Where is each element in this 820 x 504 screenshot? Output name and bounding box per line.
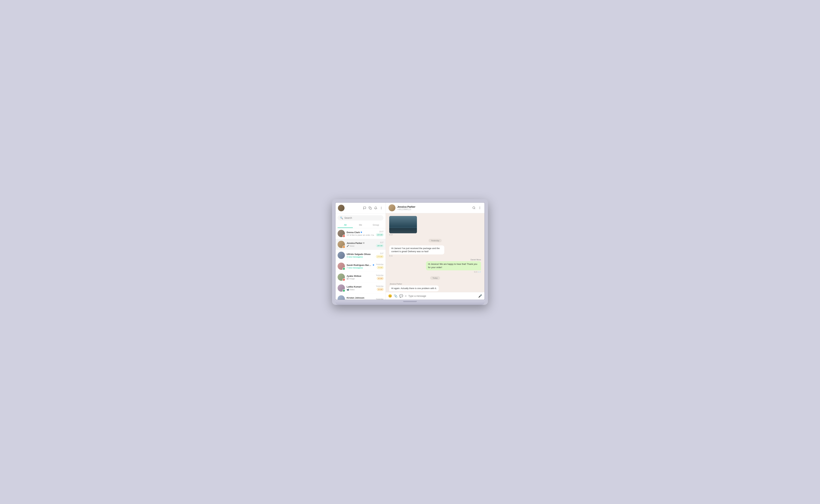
date-pill: Today	[430, 276, 440, 280]
video-icon: 📹	[347, 288, 349, 291]
list-item[interactable]: Ulfrido Salgado Olivas 3 new message(s) …	[336, 250, 386, 261]
conv-time: Yesterday	[376, 298, 383, 300]
microphone-icon[interactable]: 🎤	[478, 294, 482, 298]
svg-point-4	[473, 207, 475, 209]
conv-info: Donna Clark Hi! Id like to place an orde…	[347, 231, 374, 236]
svg-point-2	[381, 208, 381, 208]
avatar-badge: G	[342, 267, 345, 270]
conv-badge: 7h left	[377, 266, 383, 269]
voice-icon: 🎤	[347, 245, 349, 247]
list-item[interactable]: G Sarah Rodrigues Barros 7 new message(s…	[336, 261, 386, 272]
search-bar[interactable]: 🔍	[338, 215, 383, 220]
avatar: R	[338, 295, 345, 300]
conv-name-row: Donna Clark	[347, 231, 374, 234]
avatar-badge: R	[342, 235, 345, 237]
emoji-icon[interactable]: 😊	[388, 294, 392, 298]
conv-name-row: Sarah Rodrigues Barros	[347, 264, 374, 266]
list-item[interactable]: R Ayaka Shibue 🖼 Image Ye	[336, 272, 386, 283]
chat-search-icon[interactable]	[472, 206, 476, 210]
avatar: D	[338, 241, 345, 248]
svg-point-3	[381, 209, 381, 209]
laptop-frame: 🔍 All Me Group R	[332, 199, 488, 305]
conv-preview: 🎤 Voice	[347, 245, 374, 247]
chat-main: Jessica Parker +48123888123	[386, 203, 484, 300]
avatar-badge: R	[342, 278, 345, 281]
conv-preview: Hi! Id like to place an order. Ca...	[347, 234, 374, 236]
date-divider: Yesterday	[389, 239, 481, 242]
msg-row: 8:14	[389, 216, 481, 236]
conv-time: Yesterday	[376, 285, 383, 287]
user-avatar[interactable]	[338, 205, 345, 211]
conv-info: Kirsten Johnson Hey Kirsten! Thank you f…	[347, 297, 374, 300]
list-item[interactable]: R Donna Clark Hi! Id like to place an or…	[336, 228, 386, 239]
msg-row: Daniel Moss Hi Jessica! We are happy to …	[389, 259, 481, 273]
attachment-icon[interactable]: 📎	[394, 294, 398, 298]
conv-info: Jessica Parker 🎤 Voice	[347, 242, 374, 247]
sidebar-header-icons	[363, 206, 383, 210]
compose-icon[interactable]	[363, 206, 367, 210]
sidebar-header	[336, 203, 386, 214]
chat-more-icon[interactable]	[478, 206, 482, 210]
conv-name-row: Latika Kumari	[347, 285, 374, 288]
media-overlay	[389, 228, 417, 233]
more-options-icon[interactable]	[379, 206, 383, 210]
msg-time: 8:23 ✓✓	[474, 271, 481, 273]
conv-preview: 3 new message(s)	[347, 256, 374, 258]
date-pill: Yesterday	[429, 239, 442, 242]
svg-rect-0	[370, 208, 372, 209]
menu-icon[interactable]: ≡	[405, 294, 407, 298]
user-avatar-img	[338, 205, 345, 211]
conv-info: Ulfrido Salgado Olivas 3 new message(s)	[347, 253, 374, 258]
search-input[interactable]	[344, 216, 381, 219]
conv-time: Yesterday	[376, 274, 383, 276]
msg-bubble: Hi again. Actually there is one problem …	[389, 285, 439, 291]
chat-messages: 8:14 Yesterday Hi James! I've just recei…	[386, 213, 484, 292]
avatar	[338, 252, 345, 259]
conv-time: 6:07	[380, 242, 383, 244]
msg-bubble: Hi James! I've just received the package…	[389, 245, 444, 254]
message-input[interactable]	[408, 295, 477, 297]
list-item[interactable]: C Latika Kumari 📹 Video Y	[336, 283, 386, 294]
avatar: G	[338, 263, 345, 270]
chat-avatar	[389, 204, 395, 211]
conv-badge: 4h left	[377, 277, 383, 280]
conv-badge: 17h left	[376, 255, 383, 258]
conv-meta: Yesterday 7h left	[376, 263, 383, 269]
avatar: R	[338, 273, 345, 281]
svg-line-5	[474, 208, 475, 209]
conv-meta: 10:07 22h left	[376, 231, 383, 236]
chat-contact-name: Jessica Parker	[397, 205, 470, 208]
laptop-notch	[403, 301, 417, 302]
conv-badge: 22h left	[376, 233, 383, 236]
conv-meta: Yesterday 4h left	[376, 274, 383, 280]
msg-time: 8:14	[389, 234, 393, 236]
conv-info: Latika Kumari 📹 Video	[347, 285, 374, 291]
conv-preview: 📹 Video	[347, 288, 374, 291]
tab-me[interactable]: Me	[353, 222, 368, 228]
chat-bubble-icon[interactable]: 💬	[399, 294, 403, 298]
conv-name-row: Ayaka Shibue	[347, 275, 374, 277]
conversation-list: R Donna Clark Hi! Id like to place an or…	[336, 228, 386, 300]
conv-time: 10:07	[379, 231, 383, 233]
tab-group[interactable]: Group	[368, 222, 383, 228]
conv-info: Ayaka Shibue 🖼 Image	[347, 275, 374, 280]
tab-all[interactable]: All	[338, 222, 353, 228]
copy-icon[interactable]	[368, 206, 372, 210]
media-thumbnail	[389, 216, 417, 233]
conv-name: Latika Kumari	[347, 285, 361, 288]
notification-icon[interactable]	[374, 206, 378, 210]
app-container: 🔍 All Me Group R	[336, 203, 484, 300]
conv-time: Yesterday	[376, 263, 383, 265]
conv-name-row: Jessica Parker	[347, 242, 374, 244]
check-icon: ✓✓	[478, 271, 481, 273]
conv-name-row: Kirsten Johnson	[347, 297, 374, 299]
chat-header-info: Jessica Parker +48123888123	[397, 205, 470, 211]
list-item[interactable]: R Kirsten Johnson Hey Kirsten! Thank you…	[336, 294, 386, 300]
status-dot	[373, 264, 374, 266]
chat-header-actions	[472, 206, 482, 210]
sidebar: 🔍 All Me Group R	[336, 203, 386, 300]
search-icon: 🔍	[340, 216, 343, 219]
status-dot	[363, 242, 364, 244]
list-item[interactable]: D Jessica Parker 🎤 Voice	[336, 239, 386, 250]
conv-preview: 🖼 Image	[347, 278, 374, 280]
